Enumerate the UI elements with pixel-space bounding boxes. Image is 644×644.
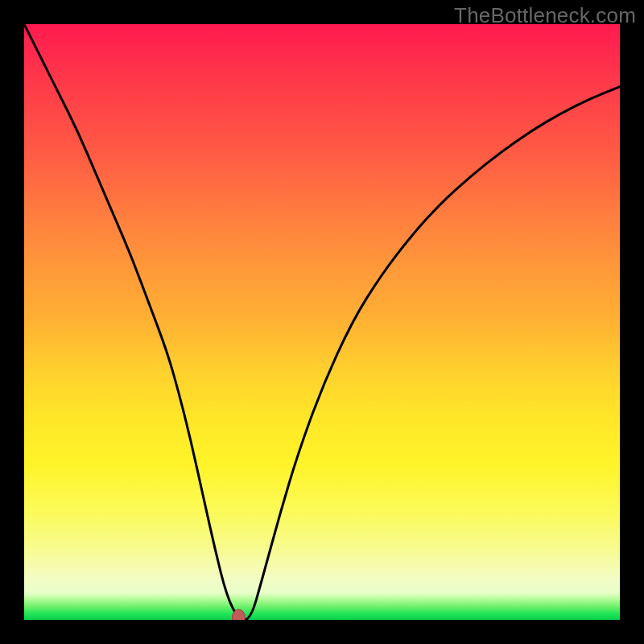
chart-frame: TheBottleneck.com [0, 0, 644, 644]
curve-svg [24, 24, 620, 620]
minimum-point-marker [232, 609, 245, 620]
plot-area [24, 24, 620, 620]
bottleneck-curve-path [24, 24, 620, 620]
